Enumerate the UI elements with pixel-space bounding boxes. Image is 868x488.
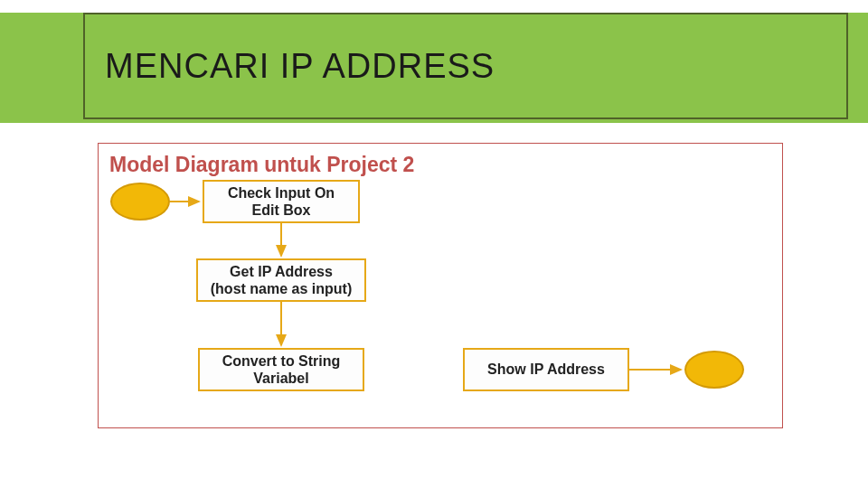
page-title: MENCARI IP ADDRESS <box>105 47 495 86</box>
node-convert: Convert to StringVariabel <box>198 348 364 391</box>
node-check-input: Check Input OnEdit Box <box>203 180 360 223</box>
start-node <box>110 183 170 221</box>
header-bar: MENCARI IP ADDRESS <box>0 13 868 123</box>
node-label: Show IP Address <box>470 361 622 378</box>
diagram-subtitle: Model Diagram untuk Project 2 <box>109 153 771 177</box>
node-label: Check Input OnEdit Box <box>210 184 353 219</box>
diagram-panel: Model Diagram untuk Project 2 Check Inpu… <box>98 143 783 428</box>
node-get-ip: Get IP Address(host name as input) <box>196 258 366 302</box>
node-label: Convert to StringVariabel <box>205 352 357 387</box>
node-label: Get IP Address(host name as input) <box>203 263 359 297</box>
title-box: MENCARI IP ADDRESS <box>83 13 848 119</box>
end-node <box>684 351 744 389</box>
node-show-ip: Show IP Address <box>463 348 629 391</box>
